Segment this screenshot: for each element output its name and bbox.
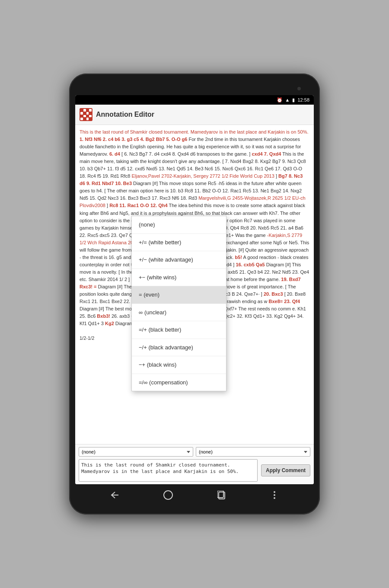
move-7: b5! — [235, 255, 242, 260]
screen: ⏰ ▲ ▮ 12:58 — [75, 95, 314, 484]
battery-icon: ▮ — [292, 97, 295, 103]
icon-cell — [89, 109, 92, 112]
move-8: 16. cxb5 Qa5 — [236, 262, 265, 267]
icon-cell — [80, 118, 83, 120]
dropdown-item-white-better[interactable]: +/= (white better) — [132, 234, 226, 252]
dot-1 — [274, 491, 275, 493]
move-12: Bxe8= — [269, 299, 283, 304]
icon-cell — [80, 109, 83, 112]
camera-dot — [297, 87, 301, 90]
icon-cell — [86, 118, 89, 120]
icon-cell — [86, 109, 89, 112]
icon-cell — [83, 115, 86, 118]
bracket-1: [ 6. Nc3 Bg7 7. d4 cxd4 8. Qxd4 d6 trans… — [121, 151, 250, 157]
right-select-value: (none) — [199, 449, 213, 454]
home-icon — [163, 490, 173, 500]
move-13: 23. Qf4 — [284, 299, 300, 304]
icon-cell — [83, 112, 86, 115]
icon-cell — [86, 115, 89, 118]
status-bar: ⏰ ▲ ▮ 12:58 — [75, 95, 314, 105]
icon-cell — [89, 115, 92, 118]
dropdown-item-unclear[interactable]: ∞ (unclear) — [132, 304, 226, 322]
move-1: 1. Nf3 Nf6 2. c4 b6 3. g3 c5 4. Bg2 Bb7 … — [80, 137, 187, 142]
more-icon — [274, 491, 275, 499]
icon-cell — [83, 109, 86, 112]
dropdown-item-black-better[interactable]: =/+ (black better) — [132, 321, 226, 339]
icon-cell — [89, 118, 92, 120]
dropdown-item-white-advantage[interactable]: +/− (white advantage) — [132, 251, 226, 269]
move-3: cxd4 7. Qxd4 — [252, 151, 281, 157]
recents-button[interactable] — [214, 488, 228, 502]
device: ⏰ ▲ ▮ 12:58 — [69, 74, 320, 514]
move-2: 6. d4 — [109, 151, 120, 157]
recents-icon — [217, 491, 225, 499]
icon-cell — [89, 112, 92, 115]
move-14: Bxb3! — [97, 313, 110, 319]
back-button[interactable] — [108, 488, 122, 502]
left-select-value: (none) — [82, 449, 96, 454]
score-text: 1/2-1/2 — [80, 336, 94, 341]
left-select[interactable]: (none) — [79, 447, 193, 457]
comment-textarea[interactable]: This is the last round of Shamkir closed… — [79, 459, 258, 482]
evaluation-dropdown[interactable]: (none) +/= (white better) +/− (white adv… — [131, 216, 226, 391]
device-bottom-bar — [75, 484, 314, 506]
dropdown-item-black-wins[interactable]: −+ (black wins) — [132, 356, 226, 374]
intro-text: This is the last round of Shamkir closed… — [80, 129, 308, 134]
content-area[interactable]: This is the last round of Shamkir closed… — [75, 125, 314, 444]
icon-cell — [80, 115, 83, 118]
left-select-arrow — [187, 451, 190, 453]
dropdown-item-white-wins[interactable]: +− (white wins) — [132, 269, 226, 287]
time-display: 12:58 — [297, 97, 309, 102]
app-title: Annotation Editor — [96, 111, 154, 118]
more-button[interactable] — [268, 488, 281, 502]
dot-2 — [274, 494, 275, 496]
bottom-dropdowns: (none) (none) — [79, 447, 310, 457]
dropdown-item-none[interactable]: (none) — [132, 216, 226, 234]
move-15: Kg2 — [105, 321, 114, 326]
move-5: Rc8 11. Rac1 O-O 12. Qh4 — [109, 203, 168, 208]
dropdown-item-even[interactable]: = (even) — [132, 286, 226, 304]
move-11: 20. Bxc3 — [264, 291, 283, 297]
apply-comment-button[interactable]: Apply Comment — [261, 464, 310, 476]
right-select-arrow — [304, 451, 307, 453]
icon-cell — [86, 112, 89, 115]
dot-3 — [274, 497, 275, 499]
alarm-icon: ⏰ — [277, 97, 283, 103]
device-top-bar — [75, 82, 314, 95]
player-name-1: Eljanov,Pavel 2702-Karjakin, Sergey 2772… — [131, 173, 274, 179]
dropdown-item-compensation[interactable]: =/∞ (compensation) — [132, 374, 226, 391]
home-button[interactable] — [161, 488, 175, 502]
app-icon — [80, 108, 92, 121]
bottom-bar: (none) (none) This is the last round of … — [75, 444, 314, 484]
app-header: Annotation Editor — [75, 105, 314, 125]
icon-cell — [80, 112, 83, 115]
dropdown-item-black-advantage[interactable]: −/+ (black advantage) — [132, 339, 226, 357]
comment-row: This is the last round of Shamkir closed… — [79, 459, 310, 482]
wifi-icon: ▲ — [285, 97, 290, 102]
back-icon — [111, 491, 119, 499]
right-select[interactable]: (none) — [196, 447, 310, 457]
icon-cell — [83, 118, 86, 120]
